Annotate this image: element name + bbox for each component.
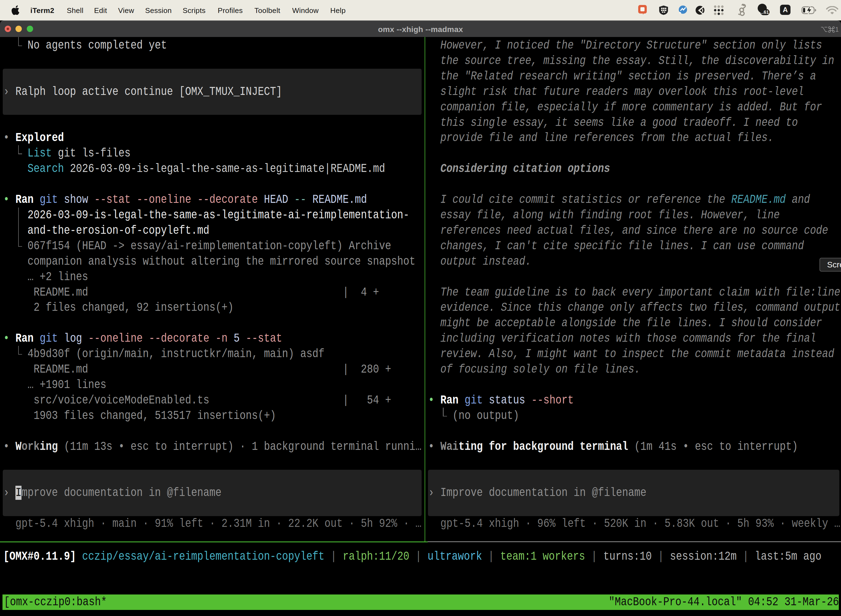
svg-text:..61: ..61 — [761, 10, 769, 15]
svg-text:1: 1 — [835, 26, 838, 33]
